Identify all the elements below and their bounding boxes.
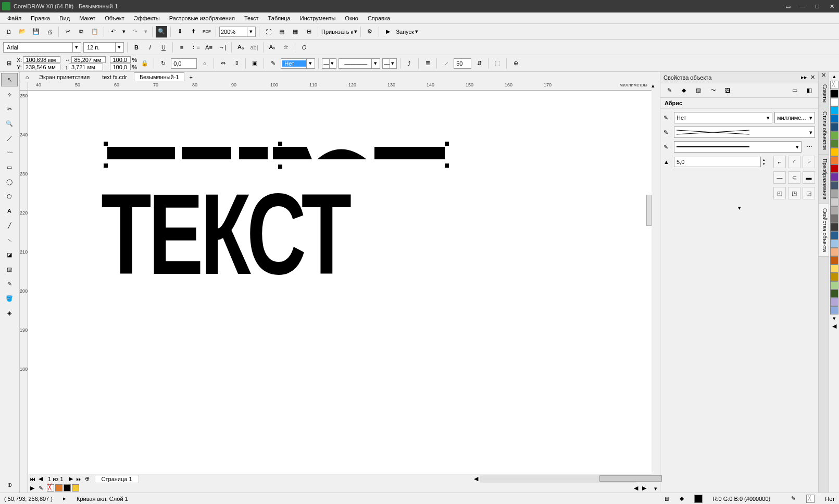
convert-curves-icon[interactable]: ⬚ [492, 58, 503, 69]
blend-steps-input[interactable] [454, 58, 471, 69]
y-position-input[interactable] [23, 64, 60, 70]
bold-button[interactable]: B [131, 42, 142, 53]
add-tab-button[interactable]: + [185, 72, 196, 82]
menu-effects[interactable]: Эффекты [130, 14, 164, 22]
palette-scroll-up[interactable]: ▴ [830, 73, 838, 80]
selection-handle-tl[interactable] [104, 142, 108, 146]
copy-icon[interactable]: ⧉ [76, 26, 87, 37]
selection-handle-br[interactable] [445, 163, 449, 168]
docker-view1-icon[interactable]: ▭ [789, 85, 800, 96]
rectangle-tool[interactable]: ▭ [1, 160, 18, 174]
color-swatch[interactable] [830, 231, 838, 240]
redo-dropdown[interactable]: ▾ [143, 26, 149, 37]
tab-welcome[interactable]: Экран приветствия [33, 72, 95, 82]
color-eyedropper-tool[interactable]: ✎ [1, 277, 18, 291]
export-icon[interactable]: ⬆ [187, 26, 199, 37]
menu-file[interactable]: Файл [3, 14, 26, 22]
search-content-icon[interactable]: 🔍 [156, 26, 167, 37]
color-swatch[interactable] [830, 256, 838, 264]
character-tab-icon[interactable]: 〜 [707, 85, 719, 96]
outline-color-swatch[interactable]: ╳ [806, 495, 815, 503]
guides-icon[interactable]: ⊞ [303, 26, 315, 37]
char-formatting-icon[interactable]: Aₐ [235, 42, 246, 53]
drawing-canvas[interactable]: ✕ ТЕКСТ [28, 91, 652, 474]
position-center-button[interactable]: ◳ [788, 187, 800, 199]
minimize-button[interactable]: — [797, 2, 808, 10]
expand-section-button[interactable]: ▾ [663, 203, 815, 213]
color-swatch[interactable] [830, 123, 838, 131]
menu-view[interactable]: Вид [55, 14, 74, 22]
docker-view2-icon[interactable]: ◧ [804, 85, 815, 96]
fill-color-swatch[interactable] [694, 495, 703, 503]
x-position-input[interactable] [23, 56, 60, 63]
docker-tab-transforms[interactable]: Преобразования [819, 155, 829, 204]
align-distribute-icon[interactable]: ≣ [422, 58, 433, 69]
launch-dropdown[interactable]: Запуск▾ [396, 28, 418, 35]
page-last-button[interactable]: ⏭ [75, 475, 83, 483]
cut-icon[interactable]: ✂ [62, 26, 73, 37]
units-select[interactable]: миллиме...▾ [774, 112, 815, 123]
docker-tab-properties[interactable]: Свойства объекта [819, 204, 829, 257]
text-to-path-icon[interactable]: Aₓ [267, 42, 278, 53]
docker-collapse-button[interactable]: ▸▸ [801, 74, 807, 81]
color-swatch[interactable] [830, 198, 838, 206]
print-icon[interactable]: 🖨 [44, 26, 55, 37]
no-color-swatch[interactable]: ╳ [47, 484, 54, 492]
bullets-icon[interactable]: ⋮≡ [190, 42, 201, 53]
horizontal-ruler[interactable]: 40 50 60 70 80 90 100 110 120 130 140 15… [28, 82, 652, 91]
color-swatch[interactable] [830, 273, 838, 281]
fullscreen-icon[interactable]: ⛶ [262, 26, 274, 37]
cap-square-button[interactable]: ▬ [803, 171, 815, 184]
color-swatch[interactable] [830, 206, 838, 215]
add-node-icon[interactable]: ⊕ [510, 58, 521, 69]
zoom-select[interactable]: 200%▾ [219, 27, 256, 37]
docker-collapse-handle[interactable] [646, 195, 652, 226]
launcher-icon[interactable]: ▶ [382, 26, 394, 37]
transparency-tool[interactable]: ▨ [1, 262, 18, 276]
undo-dropdown[interactable]: ▾ [121, 26, 127, 37]
page-prev-button[interactable]: ◀ [36, 475, 45, 483]
quick-customize-icon[interactable]: ⊕ [1, 478, 18, 492]
mirror-v-icon[interactable]: ⇕ [231, 58, 242, 69]
corner-miter-button[interactable]: ⌐ [773, 156, 786, 168]
color-swatch[interactable] [830, 298, 838, 306]
shape-tool[interactable]: ⟡ [1, 87, 18, 101]
polygon-tool[interactable]: ⬠ [1, 190, 18, 203]
line-end-select[interactable]: —▾ [382, 58, 397, 69]
menu-bitmaps[interactable]: Растровые изображения [165, 14, 239, 22]
color-swatch[interactable] [830, 115, 838, 123]
color-swatch[interactable] [830, 190, 838, 198]
corner-bevel-button[interactable]: ⟋ [803, 156, 815, 168]
spinner-up[interactable]: ▴ [763, 158, 765, 162]
indent-increase-icon[interactable]: →| [217, 42, 228, 53]
outline-width-select[interactable]: Нет▾ [281, 58, 315, 69]
color-swatch[interactable] [830, 148, 838, 156]
line-style-select[interactable]: ————▾ [339, 58, 380, 69]
parallel-dim-tool[interactable]: ╱ [1, 219, 18, 232]
miter-limit-input[interactable] [674, 157, 761, 167]
undo-icon[interactable]: ↶ [107, 26, 119, 37]
menu-object[interactable]: Объект [101, 14, 128, 22]
ruler-origin[interactable] [20, 82, 28, 91]
color-swatch[interactable] [830, 223, 838, 231]
smart-fill-tool[interactable]: ◈ [1, 306, 18, 320]
page-add-button[interactable]: ⊕ [83, 475, 92, 483]
underline-button[interactable]: U [158, 42, 169, 53]
color-swatch[interactable] [830, 90, 838, 98]
drop-shadow-tool[interactable]: ◪ [1, 248, 18, 261]
cap-round-button[interactable]: ⊂ [788, 171, 800, 184]
layout-button[interactable]: ▭ [783, 2, 793, 10]
color-swatch[interactable] [830, 289, 838, 298]
menu-tools[interactable]: Инструменты [296, 14, 340, 22]
color-swatch[interactable] [830, 306, 838, 314]
freehand-tool[interactable]: ／ [1, 131, 18, 145]
menu-edit[interactable]: Правка [27, 14, 54, 22]
menu-text[interactable]: Текст [240, 14, 263, 22]
snap-to-dropdown[interactable]: Привязать к▾ [321, 28, 357, 35]
vertical-ruler[interactable]: 250 240 230 220 210 200 190 180 [20, 91, 28, 493]
crop-tool[interactable]: ✂ [1, 102, 18, 116]
cap-flat-button[interactable]: — [773, 171, 786, 184]
color-swatch[interactable] [830, 140, 838, 148]
hscroll-track[interactable] [480, 475, 636, 483]
selection-handle-bm[interactable] [278, 165, 282, 169]
